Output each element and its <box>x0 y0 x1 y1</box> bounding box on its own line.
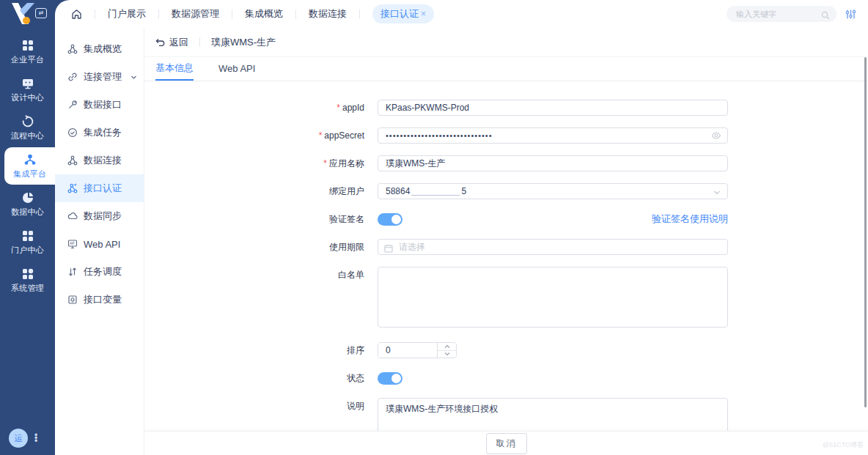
rail-item-enterprise[interactable]: 企业平台 <box>0 33 55 70</box>
field-label: 绑定用户 <box>155 183 364 199</box>
appname-input[interactable] <box>378 155 728 171</box>
form-row-appname: *应用名称 <box>155 155 868 171</box>
network-icon <box>67 44 78 54</box>
sidebar-item-connection-mgmt[interactable]: 连接管理 <box>55 63 144 91</box>
bind-user-value-suffix: 5 <box>461 186 466 196</box>
rail-item-label: 数据中心 <box>11 207 44 218</box>
sidebar-item-label: Web API <box>84 239 120 250</box>
filter-sliders-icon[interactable] <box>845 9 856 20</box>
cancel-button[interactable]: 取消 <box>486 433 527 454</box>
nav-divider <box>359 10 360 19</box>
field-label: 白名单 <box>155 267 364 283</box>
sidebar-item-label: 数据接口 <box>84 98 122 111</box>
search-icon[interactable] <box>821 10 830 23</box>
rail-item-integration[interactable]: 集成平台 <box>4 147 55 185</box>
sidebar-item-task-schedule[interactable]: 任务调度 <box>55 258 144 286</box>
appsecret-input[interactable] <box>378 127 728 144</box>
eye-icon[interactable] <box>711 130 721 144</box>
nav-divider <box>158 10 159 19</box>
link-icon <box>67 72 78 82</box>
sidebar-item-data-sync[interactable]: 数据同步 <box>55 202 144 230</box>
more-options-icon[interactable]: ••• <box>34 434 37 443</box>
sidebar-item-label: 数据同步 <box>84 210 122 223</box>
rail-item-data-center[interactable]: 数据中心 <box>0 185 55 223</box>
rail-item-label: 系统管理 <box>11 283 44 294</box>
form-row-binduser: 绑定用户 58864 5 <box>155 183 868 199</box>
use-period-input[interactable] <box>378 239 728 255</box>
sidebar-item-data-interface[interactable]: 数据接口 <box>55 91 144 119</box>
integration-tree-icon <box>23 153 37 166</box>
sort-arrows-icon <box>67 267 78 277</box>
required-mark: * <box>323 158 327 169</box>
appid-input[interactable] <box>378 100 728 116</box>
chevron-down-icon[interactable] <box>130 74 137 81</box>
rail-menu: 企业平台 设计中心 流程中心 <box>0 28 55 299</box>
status-toggle[interactable] <box>378 372 402 385</box>
form-row-whitelist: 白名单 <box>155 267 868 330</box>
page-title: 璞康WMS-生产 <box>211 36 276 49</box>
redacted-text <box>411 187 460 196</box>
rail-item-system[interactable]: 系统管理 <box>0 262 55 299</box>
cycle-icon <box>21 115 34 128</box>
auth-form: *appId *appSecret *应用名称 <box>144 81 868 443</box>
cloud-icon <box>67 211 78 221</box>
nav-tab-dataconn[interactable]: 数据连接 <box>309 7 347 21</box>
verify-sign-toggle[interactable] <box>378 213 402 226</box>
home-icon[interactable] <box>71 9 82 20</box>
spin-down-icon[interactable] <box>438 350 456 358</box>
nav-tab-datasource[interactable]: 数据源管理 <box>172 7 219 21</box>
field-label: 状态 <box>155 370 364 386</box>
toggle-knob <box>391 215 401 224</box>
rail-item-label: 设计中心 <box>11 92 44 103</box>
whitelist-textarea[interactable] <box>378 267 728 328</box>
sidebar-item-data-connection[interactable]: 数据连接 <box>55 147 144 174</box>
back-button[interactable]: 返回 <box>155 36 188 49</box>
sidebar-item-api-variable[interactable]: 接口变量 <box>55 286 144 314</box>
required-mark: * <box>336 103 340 113</box>
spin-up-icon[interactable] <box>438 343 456 350</box>
network-icon <box>67 155 78 166</box>
chevron-down-icon[interactable] <box>713 189 721 196</box>
grid-icon <box>21 229 34 243</box>
nav-divider <box>295 10 296 19</box>
tab-web-api[interactable]: Web API <box>218 57 255 81</box>
sort-input[interactable] <box>378 343 437 358</box>
breadcrumb-divider <box>199 37 200 47</box>
sidebar-item-api-auth[interactable]: 接口认证 <box>55 174 144 202</box>
detail-tabs: 基本信息 Web API <box>144 57 868 81</box>
search-input[interactable] <box>727 6 836 22</box>
app-window: ⇄ 企业平台 设计中心 <box>0 0 868 455</box>
nav-divider <box>95 10 95 19</box>
sidebar-item-integration-task[interactable]: 集成任务 <box>55 119 144 147</box>
rail-item-process[interactable]: 流程中心 <box>0 109 55 147</box>
tab-basic-info[interactable]: 基本信息 <box>155 57 194 81</box>
user-avatar[interactable]: 运 <box>9 429 28 448</box>
sidebar-item-label: 集成任务 <box>84 126 122 139</box>
nav-tab-portal[interactable]: 门户展示 <box>108 7 146 21</box>
field-label: 使用期限 <box>155 239 364 255</box>
wrench-icon <box>67 100 78 110</box>
field-label: 说明 <box>155 398 364 414</box>
bind-user-select[interactable]: 58864 5 <box>378 183 728 199</box>
rail-item-label: 门户中心 <box>11 245 44 256</box>
form-row-verifysign: 验证签名 验证签名使用说明 <box>155 211 868 227</box>
breadcrumb: 返回 璞康WMS-生产 <box>144 28 868 57</box>
workspace-switch-icon[interactable]: ⇄ <box>35 8 47 18</box>
auth-network-icon <box>67 183 78 193</box>
close-tab-icon[interactable]: × <box>421 9 426 19</box>
rail-item-design[interactable]: 设计中心 <box>0 71 55 108</box>
sidebar-item-label: 集成概览 <box>84 42 122 56</box>
module-sidebar: 集成概览 连接管理 数据接口 集成任务 <box>55 28 144 455</box>
nav-tab-overview[interactable]: 集成概览 <box>245 7 283 21</box>
verify-sign-help-link[interactable]: 验证签名使用说明 <box>652 212 728 226</box>
svg-text:AP: AP <box>70 241 75 245</box>
rail-item-portal-center[interactable]: 门户中心 <box>0 223 55 261</box>
monitor-icon <box>21 77 34 90</box>
nav-tab-auth-active[interactable]: 接口认证 × <box>372 4 434 23</box>
rail-item-label: 集成平台 <box>13 169 46 180</box>
field-label: *appSecret <box>155 127 364 144</box>
sidebar-item-web-api[interactable]: AP Web API <box>55 230 144 258</box>
sidebar-item-label: 数据连接 <box>84 154 122 167</box>
vertical-scrollbar[interactable] <box>864 57 867 407</box>
sidebar-item-integration-overview[interactable]: 集成概览 <box>55 35 144 63</box>
